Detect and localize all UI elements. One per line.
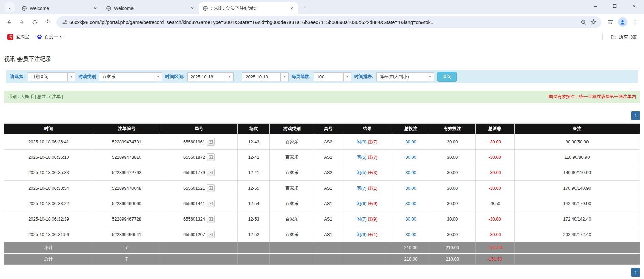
summary-bar: 币别 : 人民币 | 总共 :7 注单 | 周局有效投注，统一计算在该局第一张注… <box>4 91 640 103</box>
total-bet-link[interactable]: 30.00 <box>405 139 416 144</box>
round-number: 655601872 <box>183 155 205 160</box>
footer-label-cell: 总计 <box>4 253 93 265</box>
bookmark-aitaobao[interactable]: 淘 爱淘宝 <box>5 33 32 41</box>
page-number-button[interactable]: 1 <box>631 111 640 120</box>
chevron-down-icon[interactable]: ▼ <box>343 73 351 81</box>
footer-empty-cell <box>342 253 392 265</box>
column-header: 局号 <box>160 124 238 134</box>
footer-count-cell: 7 <box>93 242 160 253</box>
session-cell: 12-52 <box>238 227 270 242</box>
replay-icon[interactable] <box>207 169 215 176</box>
game-type-cell: 百家乐 <box>270 150 314 165</box>
chevron-down-icon[interactable]: ▼ <box>154 73 162 81</box>
remark-cell: 80.90/50.90 <box>515 134 640 150</box>
chevron-down-icon[interactable]: ▼ <box>226 73 233 81</box>
time-cell: 2025-10-18 06:32:39 <box>4 211 93 227</box>
total-bet-link[interactable]: 30.00 <box>405 186 416 191</box>
browser-menu-icon[interactable]: ⋮ <box>629 16 641 28</box>
payout-value: -30.00 <box>489 155 501 160</box>
media-controls-icon[interactable] <box>605 16 616 28</box>
tab-bet-records-active[interactable]: :::视讯 会员下注纪录::: ✕ <box>199 2 298 14</box>
range-separator: ~ <box>237 74 239 79</box>
search-button[interactable]: 查询 <box>437 72 457 82</box>
time-cell: 2025-10-18 06:36:41 <box>4 134 93 150</box>
footer-empty-cell <box>160 242 238 253</box>
tab-close-icon[interactable]: ✕ <box>92 5 98 11</box>
game-type-select[interactable]: 百家乐 ▼ <box>99 72 162 81</box>
page-content: 视讯 会员下注纪录 请选择: 日期查询 ▼ 游戏类别 百家乐 ▼ 时间区间: 2… <box>0 44 644 277</box>
tab-close-icon[interactable]: ✕ <box>289 5 295 11</box>
zoom-out-icon[interactable] <box>579 17 589 27</box>
total-bet-link[interactable]: 30.00 <box>405 201 416 206</box>
tab-search-chevron-icon[interactable]: ⌄ <box>5 2 15 12</box>
total-bet-cell: 30.00 <box>392 134 429 150</box>
valid-bet-cell: 30.00 <box>429 181 476 196</box>
column-header: 注单编号 <box>93 124 160 134</box>
round-cell: 655601521 <box>160 181 238 196</box>
date-to-input[interactable]: 2025-10-18 ▼ <box>242 72 289 81</box>
all-bookmarks-label: 所有书签 <box>619 34 637 40</box>
replay-icon[interactable] <box>207 215 215 223</box>
home-icon[interactable] <box>42 16 53 28</box>
bookmark-label: 爱淘宝 <box>16 34 29 40</box>
bookmark-star-icon[interactable] <box>589 17 598 27</box>
replay-icon[interactable] <box>207 200 215 207</box>
replay-icon[interactable] <box>207 231 215 238</box>
column-header: 场次 <box>238 124 270 134</box>
time-cell: 2025-10-18 06:36:10 <box>4 150 93 165</box>
all-bookmarks-button[interactable]: 所有书签 <box>608 33 639 41</box>
result-cell: 闲(5)庄(3) <box>342 165 392 181</box>
window-maximize-button[interactable]: ☐ <box>605 0 624 12</box>
folder-icon <box>611 34 617 40</box>
table-number-cell: AS2 <box>314 134 342 150</box>
session-cell: 12-53 <box>238 211 270 227</box>
round-number: 655601779 <box>183 170 205 175</box>
game-type-cell: 百家乐 <box>270 134 314 150</box>
site-info-icon[interactable] <box>60 17 69 27</box>
window-minimize-button[interactable]: ─ <box>585 0 605 12</box>
payout-value: 28.50 <box>489 201 500 206</box>
valid-bet-cell: 30.00 <box>429 211 476 227</box>
chevron-down-icon[interactable]: ▼ <box>67 73 75 81</box>
date-from-input[interactable]: 2025-10-18 ▼ <box>187 72 234 81</box>
tab-close-icon[interactable]: ✕ <box>189 5 195 11</box>
session-cell: 12-55 <box>238 181 270 196</box>
tab-welcome-2[interactable]: Welcome ✕ <box>102 2 199 14</box>
replay-icon[interactable] <box>207 184 215 192</box>
round-cell: 655601324 <box>160 211 238 227</box>
reload-icon[interactable] <box>29 16 40 28</box>
page-size-select[interactable]: 100 ▼ <box>314 72 351 81</box>
profile-avatar[interactable] <box>618 17 627 27</box>
total-bet-link[interactable]: 30.00 <box>405 216 416 222</box>
sort-order-select[interactable]: 降幂(由大到小) ▼ <box>376 72 434 81</box>
total-bet-link[interactable]: 30.00 <box>405 232 416 237</box>
bookmark-baidu[interactable]: 百度一下 <box>34 33 65 41</box>
new-tab-button[interactable]: + <box>301 4 309 12</box>
back-icon[interactable] <box>3 16 15 28</box>
tab-welcome-1[interactable]: Welcome ✕ <box>17 2 102 14</box>
footer-valid-bet-cell: 210.00 <box>429 242 476 253</box>
remark-cell: 172.40/142.40 <box>515 211 640 227</box>
result-cell: 闲(7)庄(1) <box>342 181 392 196</box>
replay-icon[interactable] <box>207 138 215 146</box>
tab-title: Welcome <box>114 6 187 11</box>
table-header-row: 时间注单编号局号场次游戏类别桌号结果总投注有效投注总派彩备注 <box>4 124 640 134</box>
result-cell: 闲(9)庄(1) <box>342 227 392 242</box>
total-bet-link[interactable]: 30.00 <box>405 170 416 175</box>
forward-icon[interactable] <box>16 16 28 28</box>
chevron-down-icon[interactable]: ▼ <box>280 73 288 81</box>
url-text[interactable]: 66cxkj98.com/ipl/portal.php/game/betreco… <box>69 19 579 25</box>
address-bar[interactable]: 66cxkj98.com/ipl/portal.php/game/betreco… <box>56 16 601 28</box>
replay-icon[interactable] <box>207 153 215 161</box>
window-close-button[interactable]: ✕ <box>624 0 644 12</box>
valid-bet-notice: 周局有效投注，统一计算在该局第一张注单内 <box>548 94 636 100</box>
table-row: 2025-10-18 06:32:39522899467728655601324… <box>4 211 640 227</box>
chevron-down-icon[interactable]: ▼ <box>426 73 434 81</box>
table-row: 2025-10-18 06:36:10522899473810655601872… <box>4 150 640 165</box>
round-number: 655601324 <box>183 216 205 222</box>
total-bet-link[interactable]: 30.00 <box>405 155 416 160</box>
player-result: 闲(9) <box>357 139 367 144</box>
query-type-select[interactable]: 日期查询 ▼ <box>28 72 75 81</box>
banker-result: 庄(7) <box>368 155 378 160</box>
page-number-button[interactable]: 1 <box>631 268 640 277</box>
